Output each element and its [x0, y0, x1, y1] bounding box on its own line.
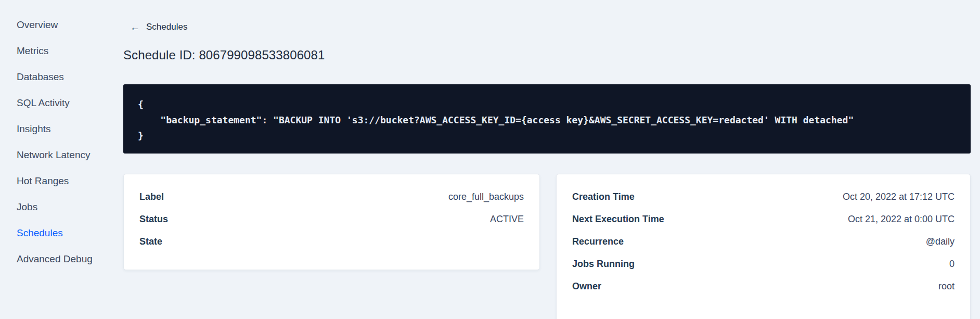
- sidebar-item[interactable]: Hot Ranges: [17, 168, 123, 194]
- summary-row: State: [139, 231, 524, 253]
- schedule-timing-card: Creation Time Oct 20, 2022 at 17:12 UTC …: [556, 174, 971, 319]
- summary-row: Label core_full_backups: [139, 186, 524, 208]
- arrow-left-icon: ←: [130, 22, 140, 32]
- sidebar-item-label: Overview: [17, 19, 58, 31]
- back-link-label: Schedules: [146, 22, 187, 32]
- sidebar-item-label: Hot Ranges: [17, 175, 69, 187]
- sidebar: Overview Metrics Databases SQL Activity …: [0, 0, 123, 319]
- timing-row: Creation Time Oct 20, 2022 at 17:12 UTC: [572, 186, 955, 208]
- sidebar-item-label: Databases: [17, 71, 64, 83]
- back-to-schedules-link[interactable]: ← Schedules: [130, 22, 187, 32]
- sidebar-item-label: Jobs: [17, 201, 37, 213]
- sidebar-item-label: Insights: [17, 123, 50, 135]
- sidebar-item-label: Network Latency: [17, 149, 91, 161]
- detail-cards: Label core_full_backups Status ACTIVE St…: [123, 174, 971, 319]
- summary-row-label: Status: [139, 214, 168, 225]
- timing-row-label: Creation Time: [572, 192, 635, 202]
- summary-row: Status ACTIVE: [139, 208, 524, 231]
- timing-row-value: root: [938, 281, 955, 292]
- timing-row: Owner root: [572, 275, 955, 298]
- summary-row-value: ACTIVE: [490, 214, 524, 225]
- sidebar-item[interactable]: Insights: [17, 116, 123, 142]
- sidebar-item-label: Advanced Debug: [17, 253, 93, 265]
- timing-row-value: Oct 20, 2022 at 17:12 UTC: [843, 192, 955, 202]
- sidebar-item[interactable]: Metrics: [17, 38, 123, 64]
- summary-row-label: Label: [139, 192, 164, 202]
- summary-row-value: core_full_backups: [448, 192, 524, 202]
- sidebar-item-label: Metrics: [17, 45, 48, 57]
- sidebar-item[interactable]: Overview: [17, 12, 123, 38]
- timing-row: Recurrence @daily: [572, 231, 955, 253]
- summary-row-label: State: [139, 236, 162, 247]
- timing-row: Jobs Running 0: [572, 253, 955, 275]
- sidebar-item-label: Schedules: [17, 227, 63, 239]
- main-content: ← Schedules Schedule ID: 806799098533806…: [123, 0, 980, 319]
- sidebar-item[interactable]: Databases: [17, 64, 123, 90]
- backup-statement-code: { "backup_statement": "BACKUP INTO 's3:/…: [138, 97, 956, 144]
- timing-row-value: Oct 21, 2022 at 0:00 UTC: [848, 214, 955, 225]
- sidebar-item[interactable]: SQL Activity: [17, 90, 123, 116]
- sidebar-item[interactable]: Schedules: [17, 220, 123, 246]
- sidebar-item[interactable]: Network Latency: [17, 142, 123, 168]
- timing-row-label: Jobs Running: [572, 259, 635, 270]
- schedule-summary-card: Label core_full_backups Status ACTIVE St…: [123, 174, 540, 270]
- page-title: Schedule ID: 806799098533806081: [123, 48, 971, 62]
- timing-row: Next Execution Time Oct 21, 2022 at 0:00…: [572, 208, 955, 231]
- timing-row-value: 0: [949, 259, 955, 270]
- timing-row-label: Recurrence: [572, 236, 624, 247]
- sidebar-item[interactable]: Jobs: [17, 194, 123, 220]
- timing-row-label: Next Execution Time: [572, 214, 664, 225]
- schedule-statement-code-block: { "backup_statement": "BACKUP INTO 's3:/…: [123, 84, 971, 154]
- sidebar-item[interactable]: Advanced Debug: [17, 246, 123, 272]
- timing-row-value: @daily: [926, 236, 955, 247]
- timing-row-label: Owner: [572, 281, 601, 292]
- sidebar-item-label: SQL Activity: [17, 97, 70, 109]
